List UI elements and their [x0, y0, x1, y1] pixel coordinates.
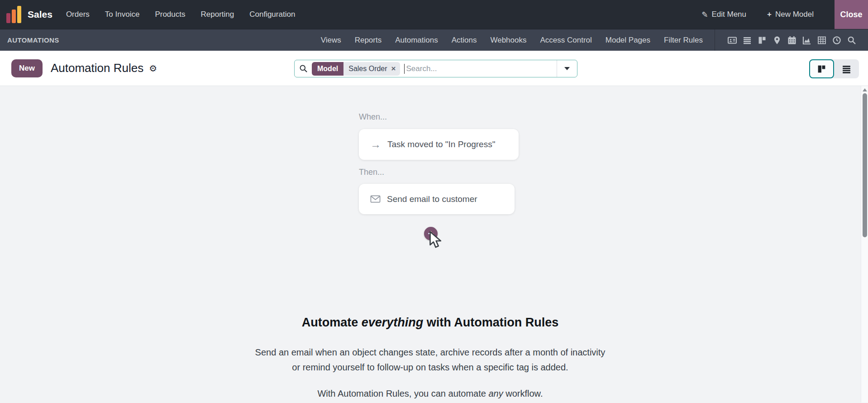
gear-icon[interactable]: ⚙ — [149, 63, 157, 74]
studio-tab-bar: AUTOMATIONS Views Reports Automations Ac… — [0, 29, 868, 51]
search-bar[interactable]: Model Sales Order × — [294, 60, 577, 77]
activity-view-icon[interactable] — [832, 36, 841, 45]
tab-access-control[interactable]: Access Control — [540, 36, 591, 45]
promo-section: Automate everything with Automation Rule… — [0, 316, 860, 399]
form-view-icon[interactable] — [728, 36, 737, 45]
divider — [715, 29, 715, 51]
new-model-label: New Model — [775, 10, 814, 19]
promo-heading: Automate everything with Automation Rule… — [0, 316, 860, 330]
list-icon — [842, 64, 851, 74]
envelope-icon — [370, 194, 381, 204]
action-card-text: Send email to customer — [387, 194, 477, 204]
tab-automations[interactable]: Automations — [395, 36, 438, 45]
chevron-down-icon — [564, 67, 570, 70]
tab-model-pages[interactable]: Model Pages — [606, 36, 650, 45]
graph-view-icon[interactable] — [802, 36, 811, 45]
trigger-card[interactable]: → Task moved to "In Progress" — [359, 129, 519, 160]
view-switcher — [809, 59, 859, 78]
tab-filter-rules[interactable]: Filter Rules — [664, 36, 703, 45]
tab-views[interactable]: Views — [321, 36, 341, 45]
control-panel: New Automation Rules ⚙ Model Sales Order… — [0, 51, 868, 86]
menu-item-to-invoice[interactable]: To Invoice — [105, 10, 140, 19]
search-dropdown-toggle[interactable] — [557, 67, 577, 70]
when-label: When... — [359, 112, 387, 122]
kanban-icon — [817, 64, 826, 74]
map-view-icon[interactable] — [773, 36, 782, 45]
tab-webhooks[interactable]: Webhooks — [490, 36, 526, 45]
tab-actions[interactable]: Actions — [452, 36, 477, 45]
scroll-up-arrow-icon[interactable] — [863, 88, 867, 91]
promo-heading-pre: Automate — [302, 316, 362, 329]
trigger-card-text: Task moved to "In Progress" — [387, 139, 495, 149]
search-view-icon[interactable] — [847, 36, 856, 45]
automations-canvas: When... → Task moved to "In Progress" Th… — [0, 86, 868, 403]
plus-icon: + — [767, 10, 772, 19]
promo-footer-italic: any — [488, 389, 503, 398]
arrow-right-icon: → — [370, 139, 381, 150]
promo-heading-post: with Automation Rules — [423, 316, 558, 329]
edit-menu-label: Edit Menu — [711, 10, 746, 19]
search-facet: Model Sales Order × — [312, 62, 400, 76]
scrollbar-thumb[interactable] — [863, 93, 867, 237]
kanban-view-icon[interactable] — [758, 36, 767, 45]
new-model-button[interactable]: + New Model — [767, 10, 814, 19]
pivot-view-icon[interactable] — [817, 36, 826, 45]
logo-bar-icon — [12, 10, 16, 23]
menu-item-reporting[interactable]: Reporting — [201, 10, 234, 19]
app-menu: Orders To Invoice Products Reporting Con… — [66, 10, 295, 19]
promo-footer-pre: With Automation Rules, you can automate — [317, 389, 488, 398]
promo-footer: With Automation Rules, you can automate … — [0, 389, 860, 399]
list-view-button[interactable] — [834, 59, 859, 78]
promo-body: Send an email when an object changes sta… — [0, 345, 860, 375]
menu-item-orders[interactable]: Orders — [66, 10, 90, 19]
promo-footer-post: workflow. — [503, 389, 543, 398]
top-navbar: Sales Orders To Invoice Products Reporti… — [0, 0, 868, 29]
calendar-view-icon[interactable] — [787, 36, 796, 45]
new-button[interactable]: New — [11, 59, 43, 77]
menu-item-configuration[interactable]: Configuration — [249, 10, 295, 19]
promo-body-line1: Send an email when an object changes sta… — [0, 345, 860, 360]
then-label: Then... — [359, 168, 384, 177]
sales-app-logo[interactable] — [6, 6, 21, 23]
logo-bar-icon — [6, 13, 10, 23]
action-card[interactable]: Send email to customer — [359, 184, 515, 214]
promo-body-line2: or remind yourself to follow-up on tasks… — [0, 360, 860, 375]
edit-menu-button[interactable]: ✎ Edit Menu — [701, 10, 746, 19]
promo-heading-italic: everything — [362, 316, 424, 329]
breadcrumb-section-label: AUTOMATIONS — [7, 36, 59, 44]
topbar-right: ✎ Edit Menu + New Model Close — [701, 0, 868, 29]
vertical-scrollbar[interactable] — [861, 86, 868, 403]
logo-bar-icon — [17, 6, 21, 23]
list-view-icon[interactable] — [743, 36, 752, 45]
menu-item-products[interactable]: Products — [155, 10, 185, 19]
page-title: Automation Rules — [51, 61, 143, 75]
facet-value-text: Sales Order — [348, 65, 387, 73]
facet-remove-icon[interactable]: × — [391, 64, 396, 73]
view-type-icons — [728, 36, 856, 45]
close-studio-button[interactable]: Close — [835, 0, 868, 29]
pencil-icon: ✎ — [701, 10, 708, 19]
search-input[interactable] — [405, 64, 557, 73]
facet-category-label[interactable]: Model — [312, 62, 343, 76]
tab-reports[interactable]: Reports — [355, 36, 382, 45]
app-name[interactable]: Sales — [28, 9, 52, 20]
facet-value: Sales Order × — [343, 62, 400, 76]
kanban-view-button[interactable] — [809, 59, 834, 78]
add-node-button[interactable]: + — [424, 227, 438, 240]
search-icon — [299, 64, 308, 73]
studio-tabs: Views Reports Automations Actions Webhoo… — [321, 36, 703, 45]
